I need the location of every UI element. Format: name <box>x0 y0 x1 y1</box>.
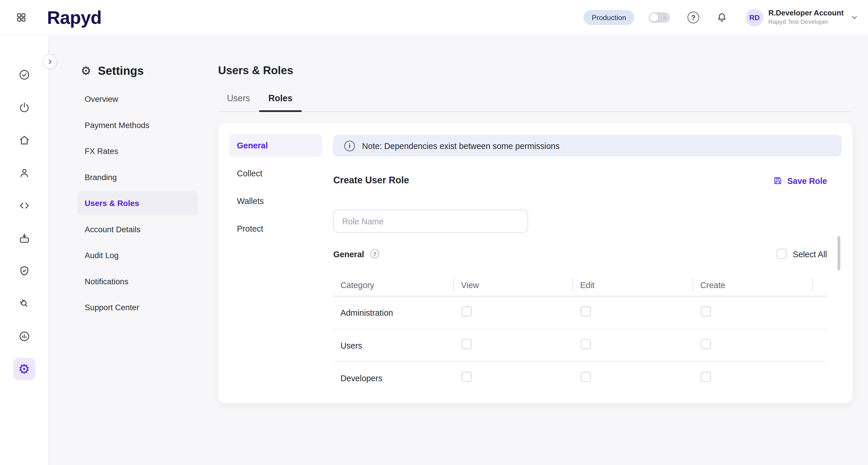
perm-checkbox-administration-view[interactable] <box>462 307 471 316</box>
icon-rail: ⚙ <box>0 35 49 465</box>
dependencies-note-banner: i Note: Dependencies exist between some … <box>333 135 841 156</box>
page-title: Users & Roles <box>218 64 868 77</box>
payouts-icon[interactable] <box>18 232 30 244</box>
notifications-bell-icon[interactable] <box>716 11 728 24</box>
permissions-section-nav: General Collect Wallets Protect <box>229 134 322 245</box>
header-create: Create <box>693 277 812 292</box>
row-category: Users <box>333 341 454 350</box>
perm-checkbox-developers-create[interactable] <box>701 372 711 382</box>
top-bar-right: Production × ? RD R.Developer Account Ra… <box>583 9 859 27</box>
select-all-label: Select All <box>793 249 827 258</box>
check-circle-icon[interactable] <box>18 69 30 81</box>
permissions-group-header: General ? Select All <box>333 247 827 260</box>
select-all-checkbox[interactable] <box>777 249 786 259</box>
save-role-label: Save Role <box>787 176 827 185</box>
perm-checkbox-users-edit[interactable] <box>581 339 591 349</box>
row-category: Administration <box>333 308 454 317</box>
sidebar-item-audit-log[interactable]: Audit Log <box>78 243 198 268</box>
analytics-icon[interactable] <box>18 330 30 343</box>
environment-badge: Production <box>583 10 634 25</box>
row-category: Developers <box>333 373 454 383</box>
sidebar-item-overview[interactable]: Overview <box>78 87 198 112</box>
sidebar-item-payment-methods[interactable]: Payment Methods <box>78 113 198 137</box>
table-row: Users <box>333 329 827 362</box>
settings-items: Overview Payment Methods FX Rates Brandi… <box>62 87 216 320</box>
perm-checkbox-administration-create[interactable] <box>701 307 711 316</box>
user-icon[interactable] <box>18 167 30 179</box>
sidebar-item-notifications[interactable]: Notifications <box>78 269 198 294</box>
header-spacer <box>813 277 827 292</box>
table-header-row: Category View Edit Create <box>333 274 827 296</box>
sidebar-item-support-center[interactable]: Support Center <box>78 295 198 320</box>
settings-sidebar: ⚙ Settings Overview Payment Methods FX R… <box>62 53 216 322</box>
select-all-wrap: Select All <box>777 249 827 259</box>
top-bar: Rapyd Production × ? RD R.Developer Acco… <box>0 0 868 35</box>
perm-checkbox-users-view[interactable] <box>462 339 471 349</box>
toggle-knob <box>650 13 658 22</box>
permissions-table: Category View Edit Create Administration… <box>333 274 827 394</box>
section-item-wallets[interactable]: Wallets <box>229 190 322 212</box>
sidebar-expand-button[interactable] <box>43 54 57 69</box>
table-row: Developers <box>333 362 827 394</box>
create-role-title: Create User Role <box>333 175 409 186</box>
header-edit: Edit <box>573 277 693 292</box>
help-icon[interactable]: ? <box>687 12 699 23</box>
roles-card: General Collect Wallets Protect i Note: … <box>218 123 852 404</box>
group-label: General <box>333 249 364 258</box>
save-role-button[interactable]: Save Role <box>773 176 827 186</box>
sidebar-item-account-details[interactable]: Account Details <box>78 217 198 242</box>
settings-gear-icon[interactable]: ⚙ <box>13 358 35 380</box>
avatar[interactable]: RD <box>746 9 763 27</box>
top-bar-left: Rapyd <box>16 7 101 28</box>
section-item-general[interactable]: General <box>229 134 322 157</box>
main-content: Users & Roles Users Roles General Collec… <box>218 53 868 404</box>
shield-check-icon[interactable] <box>18 265 30 277</box>
section-item-protect[interactable]: Protect <box>229 217 322 240</box>
perm-checkbox-developers-edit[interactable] <box>581 372 591 382</box>
app-root: Rapyd Production × ? RD R.Developer Acco… <box>0 0 868 465</box>
perm-checkbox-developers-view[interactable] <box>462 372 471 382</box>
tab-users[interactable]: Users <box>218 89 259 112</box>
tabs-divider <box>218 112 852 112</box>
sidebar-item-users-roles[interactable]: Users & Roles <box>78 191 198 215</box>
home-icon[interactable] <box>18 134 30 146</box>
tab-roles[interactable]: Roles <box>259 89 302 112</box>
perm-checkbox-administration-edit[interactable] <box>581 307 591 316</box>
rapyd-logo[interactable]: Rapyd <box>47 7 101 28</box>
toggle-off-icon: × <box>663 14 666 21</box>
section-item-collect[interactable]: Collect <box>229 162 322 184</box>
account-subtitle: Rapyd Test Developer <box>768 18 844 26</box>
create-role-header: Create User Role Save Role <box>333 175 827 186</box>
code-icon[interactable] <box>18 200 30 212</box>
settings-title: Settings <box>98 64 144 78</box>
gear-glyph: ⚙ <box>18 362 30 376</box>
group-help-icon[interactable]: ? <box>370 250 379 258</box>
info-icon: i <box>344 141 354 151</box>
header-view: View <box>454 277 573 292</box>
plug-icon[interactable] <box>18 298 30 310</box>
table-row: Administration <box>333 296 827 329</box>
environment-toggle[interactable]: × <box>649 12 670 23</box>
card-scrollbar-thumb[interactable] <box>837 236 840 270</box>
account-name: R.Developer Account <box>768 9 844 18</box>
sidebar-item-fx-rates[interactable]: FX Rates <box>78 139 198 164</box>
account-menu[interactable]: R.Developer Account Rapyd Test Developer <box>768 9 844 26</box>
power-icon[interactable] <box>18 101 30 114</box>
header-category: Category <box>333 277 454 292</box>
settings-header: ⚙ Settings <box>62 53 216 78</box>
chevron-down-icon[interactable] <box>850 13 859 22</box>
apps-grid-icon[interactable] <box>16 12 27 23</box>
settings-header-gear-icon: ⚙ <box>81 65 91 77</box>
perm-checkbox-users-create[interactable] <box>701 339 711 349</box>
note-text: Note: Dependencies exist between some pe… <box>362 141 560 150</box>
group-label-wrap: General ? <box>333 249 379 258</box>
role-name-input[interactable] <box>333 209 528 233</box>
tabs: Users Roles <box>218 89 868 112</box>
sidebar-item-branding[interactable]: Branding <box>78 165 198 190</box>
save-icon <box>773 176 783 186</box>
